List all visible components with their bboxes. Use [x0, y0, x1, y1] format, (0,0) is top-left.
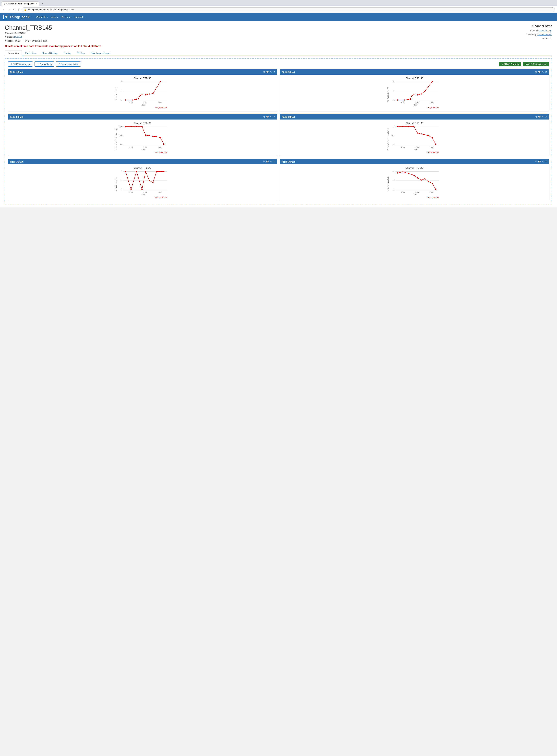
field3-close-icon[interactable]: ✕: [273, 116, 275, 118]
tab-data-import-export[interactable]: Data Import / Export: [88, 50, 113, 56]
tab-icon: ◻: [4, 3, 5, 5]
svg-text:ThingSpeak.com: ThingSpeak.com: [427, 107, 439, 109]
field2-close-icon[interactable]: ✕: [545, 71, 547, 73]
nav-support[interactable]: Support ▾: [75, 16, 85, 19]
field5-edit-icon[interactable]: ✎: [270, 160, 272, 163]
channel-access-row: Access: Private OPL Monitoring System: [5, 39, 52, 43]
field5-comment-icon[interactable]: 💬: [266, 160, 269, 163]
matlab-viz-button[interactable]: MATLAB Visualization: [523, 62, 549, 66]
field4-comment-icon[interactable]: 💬: [538, 116, 541, 118]
svg-text:Channel_TRB145: Channel_TRB145: [406, 77, 423, 80]
field6-chart-body: Channel_TRB145 Y* Cable Sag [m] -1 -2 -3…: [280, 164, 549, 201]
svg-point-86: [428, 135, 429, 137]
field1-svg: Channel_TRB145 Tilt Cable Left [°] 20 15…: [10, 76, 275, 109]
field4-chart-header: Field 4 Chart ⧉ 💬 ✎ ✕: [280, 114, 549, 120]
view-tabs: Private View Public View Channel Setting…: [5, 50, 552, 56]
svg-point-83: [417, 132, 418, 134]
field2-comment-icon[interactable]: 💬: [538, 71, 541, 73]
field2-external-icon[interactable]: ⧉: [535, 71, 537, 73]
svg-text:Date: Date: [414, 194, 417, 195]
svg-point-16: [141, 94, 143, 95]
svg-point-38: [413, 94, 414, 95]
add-visualizations-button[interactable]: ✚ Add Visualizations: [8, 61, 33, 67]
field4-edit-icon[interactable]: ✎: [542, 116, 544, 118]
svg-point-35: [408, 99, 409, 100]
active-tab[interactable]: ◻ Channel_TRB145 - ThingSpeak ✕: [1, 1, 39, 6]
field3-icons: ⧉ 💬 ✎ ✕: [263, 116, 275, 118]
svg-point-63: [156, 136, 157, 137]
tab-sharing[interactable]: Sharing: [61, 50, 74, 56]
field5-close-icon[interactable]: ✕: [273, 160, 275, 163]
nav-channels[interactable]: Channels ▾: [36, 16, 48, 19]
svg-text:Channel_TRB145: Channel_TRB145: [134, 167, 151, 169]
svg-text:10:06: 10:06: [128, 147, 133, 149]
field3-edit-icon[interactable]: ✎: [270, 116, 272, 118]
new-tab-button[interactable]: +: [40, 1, 45, 6]
svg-point-33: [397, 99, 398, 100]
svg-text:20: 20: [121, 81, 123, 83]
export-button[interactable]: ↗ Export recent data: [56, 61, 81, 67]
stats-title: Channel Stats: [527, 24, 552, 28]
nav-apps[interactable]: Apps ▾: [51, 16, 58, 19]
svg-point-79: [397, 126, 398, 127]
matlab-analysis-button[interactable]: MATLAB Analysis: [499, 62, 521, 66]
svg-text:ThingSpeak.com: ThingSpeak.com: [155, 196, 167, 199]
address-bar[interactable]: 🔒 thingspeak.com/channels/2284751/privat…: [22, 7, 555, 12]
svg-text:Tilt Cable Left [°]: Tilt Cable Left [°]: [115, 88, 117, 101]
field6-edit-icon[interactable]: ✎: [542, 160, 544, 163]
field2-edit-icon[interactable]: ✎: [542, 71, 544, 73]
svg-text:Channel_TRB145: Channel_TRB145: [406, 167, 423, 169]
tab-private-view[interactable]: Private View: [5, 50, 22, 56]
field4-external-icon[interactable]: ⧉: [535, 116, 537, 118]
field3-chart-card: Field 3 Chart ⧉ 💬 ✎ ✕ Channel_TRB145 Mec…: [8, 114, 277, 156]
field6-comment-icon[interactable]: 💬: [538, 160, 541, 163]
last-entry-link[interactable]: 10 minutes ago: [537, 33, 552, 36]
tab-api-keys[interactable]: API Keys: [74, 50, 88, 56]
field1-close-icon[interactable]: ✕: [273, 71, 275, 73]
svg-text:1200: 1200: [119, 126, 123, 127]
svg-text:14: 14: [121, 180, 123, 181]
field1-edit-icon[interactable]: ✎: [270, 71, 272, 73]
tab-close-button[interactable]: ✕: [35, 3, 37, 5]
svg-point-42: [432, 81, 433, 82]
field1-watermark: ThingSpeak.com: [155, 107, 167, 109]
forward-button[interactable]: →: [7, 7, 11, 12]
channel-author-row: Author: claudiu05: [5, 35, 52, 39]
svg-text:Date: Date: [414, 104, 417, 106]
entries-row: Entries: 10: [527, 36, 552, 40]
tab-channel-settings[interactable]: Channel Settings: [39, 50, 61, 56]
add-widgets-button[interactable]: ✚ Add Widgets: [34, 61, 54, 67]
svg-point-17: [145, 94, 146, 95]
back-button[interactable]: ←: [2, 7, 6, 12]
field3-external-icon[interactable]: ⧉: [263, 116, 265, 118]
url-display: thingspeak.com/channels/2284751/private_…: [28, 8, 74, 11]
svg-point-108: [152, 182, 153, 183]
thingspeak-logo[interactable]: ◻ ThingSpeak™: [3, 15, 31, 20]
field6-title: Field 6 Chart: [282, 160, 295, 163]
field5-external-icon[interactable]: ⧉: [263, 160, 265, 163]
nav-devices[interactable]: Devices ▾: [61, 16, 71, 19]
field3-chart-body: Channel_TRB145 Mechanical Cable Stress […: [8, 120, 277, 156]
refresh-button[interactable]: ↻: [12, 7, 16, 12]
field3-comment-icon[interactable]: 💬: [266, 116, 269, 118]
svg-point-128: [413, 175, 414, 176]
created-link[interactable]: 7 months ago: [539, 29, 552, 32]
field4-close-icon[interactable]: ✕: [545, 116, 547, 118]
home-button[interactable]: ⌂: [17, 7, 20, 12]
field1-chart-card: Field 1 Chart ⧉ 💬 ✎ ✕ Channel_TRB145 Til…: [8, 69, 277, 112]
svg-text:Date: Date: [414, 149, 417, 151]
svg-point-109: [156, 171, 157, 172]
svg-text:800: 800: [120, 144, 122, 146]
field5-chart-header: Field 5 Chart ⧉ 💬 ✎ ✕: [8, 159, 277, 164]
author-link[interactable]: claudiu05: [13, 36, 23, 38]
svg-text:Channel_TRB145: Channel_TRB145: [134, 122, 151, 124]
field6-close-icon[interactable]: ✕: [545, 160, 547, 163]
field6-external-icon[interactable]: ⧉: [535, 160, 537, 163]
svg-text:10:10: 10:10: [430, 192, 434, 193]
field1-comment-icon[interactable]: 💬: [266, 71, 269, 73]
field1-external-icon[interactable]: ⧉: [263, 71, 265, 73]
tab-public-view[interactable]: Public View: [22, 50, 39, 56]
svg-point-104: [136, 171, 137, 172]
svg-point-34: [404, 99, 405, 100]
svg-text:Date: Date: [142, 104, 145, 106]
